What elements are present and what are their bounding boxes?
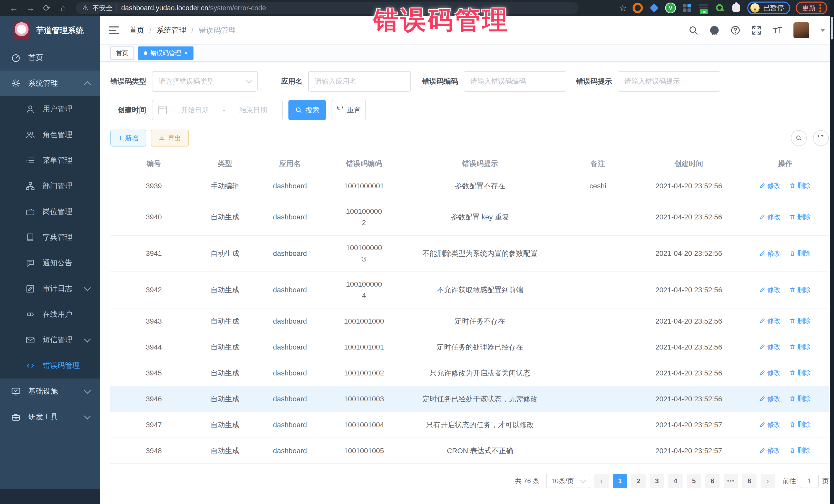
app-name-input[interactable] xyxy=(308,71,411,92)
extension-green-v-icon[interactable]: V xyxy=(665,3,676,13)
sidebar-item-用户管理[interactable]: 用户管理 xyxy=(0,96,100,122)
edit-link[interactable]: 修改 xyxy=(759,341,781,352)
edit-link[interactable]: 修改 xyxy=(759,367,781,378)
table-row[interactable]: 3947 自动生成 dashboard 1001001004 只有开启状态的任务… xyxy=(110,412,829,438)
edit-link[interactable]: 修改 xyxy=(759,284,781,295)
browser-forward-icon[interactable]: → xyxy=(23,2,38,14)
browser-menu-dots-icon[interactable] xyxy=(819,4,821,12)
page-button-1[interactable]: 1 xyxy=(613,474,627,488)
tag-首页[interactable]: 首页 xyxy=(110,46,134,60)
tag-错误码管理[interactable]: 错误码管理× xyxy=(138,46,194,60)
extension-tampermonkey-on-icon[interactable]: on xyxy=(698,3,709,13)
browser-home-icon[interactable]: ⌂ xyxy=(56,2,70,14)
extension-key-icon[interactable] xyxy=(715,3,725,13)
sidebar-item-角色管理[interactable]: 角色管理 xyxy=(0,122,100,148)
sidebar-collapse-icon[interactable] xyxy=(109,26,119,34)
refresh-icon[interactable] xyxy=(813,130,829,146)
delete-link[interactable]: 删除 xyxy=(789,248,811,259)
sidebar-item-菜单管理[interactable]: 菜单管理 xyxy=(0,148,100,173)
search-button[interactable]: 搜索 xyxy=(288,100,326,120)
search-icon[interactable] xyxy=(688,25,699,36)
extension-grid-icon[interactable] xyxy=(682,3,692,13)
delete-link[interactable]: 删除 xyxy=(789,367,811,378)
edit-link[interactable]: 修改 xyxy=(759,315,781,326)
extension-orange-ring-icon[interactable] xyxy=(632,3,643,13)
edit-link[interactable]: 修改 xyxy=(759,180,781,191)
sidebar-item-研发工具[interactable]: 研发工具 xyxy=(0,404,100,430)
window-scrollbar-thumb[interactable] xyxy=(831,17,833,40)
page-button-2[interactable]: 2 xyxy=(631,474,646,488)
sidebar-logo-row[interactable]: 芋道管理系统 xyxy=(0,16,100,45)
reset-button[interactable]: 重置 xyxy=(332,100,366,120)
table-row[interactable]: 3948 自动生成 dashboard 1001001005 CRON 表达式不… xyxy=(110,438,829,464)
sidebar-item-首页[interactable]: 首页 xyxy=(0,45,100,70)
font-size-icon[interactable] xyxy=(772,25,783,36)
edit-link[interactable]: 修改 xyxy=(759,419,781,430)
page-button-8[interactable]: 8 xyxy=(742,474,756,488)
page-url[interactable]: dashboard.yudao.iocoder.cn/system/error-… xyxy=(121,4,266,12)
table-row[interactable]: 3942 自动生成 dashboard 100100000 4 不允许获取敏感配… xyxy=(110,272,829,308)
edit-link[interactable]: 修改 xyxy=(759,248,781,259)
edit-link[interactable]: 修改 xyxy=(759,211,781,222)
table-row[interactable]: 3940 自动生成 dashboard 100100000 2 参数配置 key… xyxy=(110,199,829,236)
window-scrollbar-track[interactable] xyxy=(830,0,834,504)
sidebar-item-岗位管理[interactable]: 岗位管理 xyxy=(0,199,100,224)
sidebar-item-短信管理[interactable]: 短信管理 xyxy=(0,327,100,353)
breadcrumb-home[interactable]: 首页 xyxy=(129,25,144,36)
delete-link[interactable]: 删除 xyxy=(789,419,811,430)
fullscreen-icon[interactable] xyxy=(751,25,762,36)
sidebar-item-字典管理[interactable]: 字典管理 xyxy=(0,224,100,250)
sidebar-item-基础设施[interactable]: 基础设施 xyxy=(0,378,100,404)
browser-reload-icon[interactable]: ⟳ xyxy=(40,2,54,14)
error-type-select[interactable]: 请选择错误码类型 xyxy=(152,71,258,92)
table-row[interactable]: 3945 自动生成 dashboard 1001001002 只允许修改为开启或… xyxy=(110,360,829,386)
prev-page-button[interactable]: ‹ xyxy=(594,474,609,488)
sidebar-item-系统管理[interactable]: 系统管理 xyxy=(0,70,100,96)
sidebar-item-错误码管理[interactable]: 错误码管理 xyxy=(0,353,100,378)
delete-link[interactable]: 删除 xyxy=(789,393,811,404)
chevron-down-icon[interactable] xyxy=(820,29,825,32)
delete-link[interactable]: 删除 xyxy=(789,341,811,352)
table-row[interactable]: 3939 手动编辑 dashboard 1001000001 参数配置不存在 c… xyxy=(110,173,829,199)
toggle-search-icon[interactable] xyxy=(791,130,807,146)
sidebar-item-审计日志[interactable]: 审计日志 xyxy=(0,276,100,302)
edit-link[interactable]: 修改 xyxy=(759,393,781,404)
table-row[interactable]: 3941 自动生成 dashboard 100100000 3 不能删除类型为系… xyxy=(110,236,829,272)
export-button[interactable]: 导出 xyxy=(151,130,189,147)
delete-link[interactable]: 删除 xyxy=(789,211,811,222)
sidebar-item-通知公告[interactable]: 通知公告 xyxy=(0,250,100,276)
sidebar-item-部门管理[interactable]: 部门管理 xyxy=(0,173,100,199)
page-size-select[interactable]: 10条/页 xyxy=(546,474,590,488)
page-button-6[interactable]: 6 xyxy=(705,474,720,488)
next-page-button[interactable]: › xyxy=(761,474,775,488)
extension-blue-gem-icon[interactable] xyxy=(649,3,659,13)
tag-close-icon[interactable]: × xyxy=(184,50,188,56)
extensions-puzzle-icon[interactable] xyxy=(731,3,742,13)
page-button-4[interactable]: 4 xyxy=(668,474,683,488)
delete-link[interactable]: 删除 xyxy=(789,315,811,326)
table-row[interactable]: 3944 自动生成 dashboard 1001001001 定时任务的处理器已… xyxy=(110,334,829,360)
page-more-icon[interactable]: ••• xyxy=(724,474,738,488)
browser-back-icon[interactable]: ← xyxy=(7,2,21,14)
sidebar-item-在线用户[interactable]: 在线用户 xyxy=(0,302,100,327)
user-avatar[interactable] xyxy=(793,22,809,38)
help-icon[interactable] xyxy=(730,25,741,36)
table-row[interactable]: 3946 自动生成 dashboard 1001001003 定时任务已经处于该… xyxy=(110,386,829,412)
error-msg-input[interactable] xyxy=(618,71,720,92)
goto-page-input[interactable] xyxy=(799,474,819,488)
error-code-input[interactable] xyxy=(464,71,566,92)
date-range-picker[interactable]: 开始日期 - 结束日期 xyxy=(152,100,283,120)
breadcrumb-system[interactable]: 系统管理 xyxy=(156,25,186,36)
table-row[interactable]: 3943 自动生成 dashboard 1001001000 定时任务不存在 2… xyxy=(110,308,829,334)
bookmark-star-icon[interactable]: ☆ xyxy=(619,3,627,13)
delete-link[interactable]: 删除 xyxy=(789,180,811,191)
browser-update-button[interactable]: 更新 xyxy=(796,2,827,14)
edit-link[interactable]: 修改 xyxy=(759,445,781,456)
page-button-5[interactable]: 5 xyxy=(687,474,701,488)
github-icon[interactable] xyxy=(709,25,720,36)
profile-paused-badge[interactable]: 已暂停 xyxy=(747,2,790,14)
delete-link[interactable]: 删除 xyxy=(789,445,811,456)
delete-link[interactable]: 删除 xyxy=(789,284,811,295)
page-button-3[interactable]: 3 xyxy=(650,474,664,488)
add-button[interactable]: + 新增 xyxy=(110,130,146,147)
